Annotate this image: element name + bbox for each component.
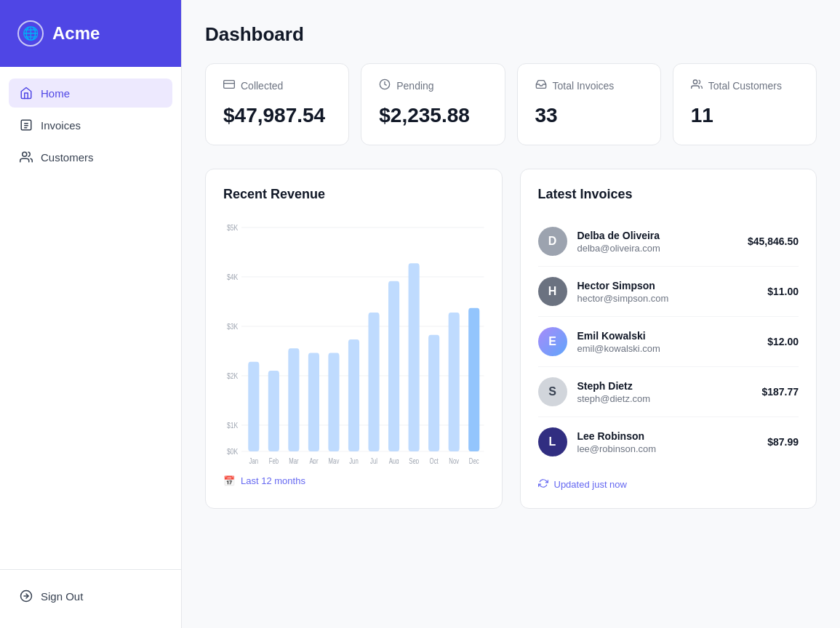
sidebar-item-invoices[interactable]: Invoices bbox=[9, 110, 172, 140]
list-item: D Delba de Oliveira delba@oliveira.com $… bbox=[538, 217, 799, 267]
invoice-name: Steph Dietz bbox=[577, 380, 752, 392]
avatar: L bbox=[538, 427, 567, 456]
invoice-email: delba@oliveira.com bbox=[577, 243, 737, 254]
chart-bar bbox=[409, 263, 420, 451]
chart-month-label: Jan bbox=[249, 457, 259, 464]
invoice-name: Lee Robinson bbox=[577, 430, 758, 442]
chart-month-label: Apr bbox=[309, 457, 318, 464]
svg-text:$4K: $4K bbox=[227, 273, 238, 282]
sidebar-item-customers-label: Customers bbox=[41, 151, 94, 164]
chart-month-label: May bbox=[329, 457, 340, 464]
svg-text:$3K: $3K bbox=[227, 322, 238, 331]
stats-row: Collected $47,987.54 Pending $2,235.88 bbox=[205, 63, 817, 145]
chart-bar bbox=[428, 335, 439, 451]
invoice-email: steph@dietz.com bbox=[577, 393, 752, 404]
invoice-name: Hector Simpson bbox=[577, 280, 758, 291]
invoice-name: Emil Kowalski bbox=[577, 330, 758, 342]
sidebar-brand[interactable]: 🌐 Acme bbox=[0, 0, 181, 67]
bottom-row: Recent Revenue $5K $4K $3K $2K $1K $0K bbox=[205, 169, 817, 509]
chart-month-label: Jul bbox=[370, 457, 377, 464]
signout-icon bbox=[19, 589, 33, 603]
chart-bar bbox=[268, 371, 279, 451]
avatar: S bbox=[538, 377, 567, 406]
refresh-icon bbox=[538, 478, 548, 491]
chart-month-label: Sep bbox=[409, 457, 419, 464]
revenue-chart: $5K $4K $3K $2K $1K $0K JanFebMarAprMayJ… bbox=[223, 217, 484, 464]
invoices-icon bbox=[19, 118, 33, 132]
stat-label-collected: Collected bbox=[241, 80, 283, 92]
main-content: Dashboard Collected $47,987.54 bbox=[182, 0, 840, 628]
list-item: H Hector Simpson hector@simpson.com $11.… bbox=[538, 267, 799, 317]
invoice-amount: $12.00 bbox=[767, 336, 799, 347]
chart-bar bbox=[468, 308, 479, 451]
invoice-info: Steph Dietz steph@dietz.com bbox=[577, 380, 752, 404]
chart-bar bbox=[328, 353, 339, 451]
svg-point-7 bbox=[693, 80, 697, 84]
sign-out-label: Sign Out bbox=[41, 590, 83, 603]
invoice-list: D Delba de Oliveira delba@oliveira.com $… bbox=[538, 217, 799, 467]
collected-icon bbox=[223, 78, 235, 92]
stat-header-collected: Collected bbox=[223, 78, 331, 92]
chart-month-label: Dec bbox=[469, 457, 479, 464]
sidebar-item-home-label: Home bbox=[41, 87, 70, 100]
chart-month-label: Jun bbox=[349, 457, 359, 464]
stat-header-pending: Pending bbox=[379, 78, 487, 92]
sidebar-item-customers[interactable]: Customers bbox=[9, 142, 172, 172]
sidebar-nav: Home Invoices Customers bbox=[0, 67, 181, 569]
stat-value-pending: $2,235.88 bbox=[379, 104, 487, 127]
invoice-email: emil@kowalski.com bbox=[577, 343, 758, 354]
invoice-amount: $187.77 bbox=[761, 386, 799, 398]
svg-rect-4 bbox=[224, 81, 235, 89]
svg-text:$1K: $1K bbox=[227, 421, 238, 430]
chart-bar bbox=[368, 313, 379, 451]
chart-month-label: Mar bbox=[289, 457, 298, 464]
stat-label-total-invoices: Total Invoices bbox=[553, 80, 615, 92]
chart-area: $5K $4K $3K $2K $1K $0K JanFebMarAprMayJ… bbox=[223, 217, 484, 464]
chart-month-label: Feb bbox=[269, 457, 279, 464]
invoice-amount: $87.99 bbox=[767, 436, 799, 448]
svg-text:$5K: $5K bbox=[227, 223, 238, 233]
chart-bar bbox=[308, 353, 319, 451]
stat-card-total-invoices: Total Invoices 33 bbox=[517, 63, 661, 145]
svg-point-1 bbox=[23, 152, 27, 156]
customers-stat-icon bbox=[691, 78, 703, 92]
invoices-card: Latest Invoices D Delba de Oliveira delb… bbox=[520, 169, 817, 509]
invoice-amount: $11.00 bbox=[767, 286, 799, 297]
list-item: S Steph Dietz steph@dietz.com $187.77 bbox=[538, 367, 799, 417]
sidebar-item-invoices-label: Invoices bbox=[41, 119, 81, 132]
chart-bar bbox=[288, 348, 299, 451]
page-title: Dashboard bbox=[205, 23, 817, 46]
invoice-amount: $45,846.50 bbox=[748, 236, 799, 247]
stat-card-pending: Pending $2,235.88 bbox=[361, 63, 505, 145]
chart-card: Recent Revenue $5K $4K $3K $2K $1K $0K bbox=[205, 169, 503, 509]
list-item: L Lee Robinson lee@robinson.com $87.99 bbox=[538, 417, 799, 467]
calendar-icon: 📅 bbox=[223, 475, 235, 486]
svg-text:$2K: $2K bbox=[227, 371, 238, 381]
stat-value-total-invoices: 33 bbox=[535, 104, 643, 127]
chart-bar bbox=[248, 362, 259, 451]
invoice-info: Lee Robinson lee@robinson.com bbox=[577, 430, 758, 454]
invoices-footer: Updated just now bbox=[538, 478, 799, 491]
chart-footer: 📅 Last 12 months bbox=[223, 475, 484, 486]
avatar: D bbox=[538, 227, 567, 256]
stat-header-customers: Total Customers bbox=[691, 78, 799, 92]
invoices-footer-label: Updated just now bbox=[554, 479, 627, 490]
chart-bar bbox=[388, 281, 399, 451]
stat-card-total-customers: Total Customers 11 bbox=[673, 63, 817, 145]
stat-card-collected: Collected $47,987.54 bbox=[205, 63, 349, 145]
invoice-info: Hector Simpson hector@simpson.com bbox=[577, 280, 758, 304]
invoice-email: hector@simpson.com bbox=[577, 293, 758, 304]
sign-out-button[interactable]: Sign Out bbox=[9, 581, 172, 611]
sidebar-item-home[interactable]: Home bbox=[9, 78, 172, 108]
stat-value-total-customers: 11 bbox=[691, 104, 799, 127]
avatar: H bbox=[538, 277, 567, 306]
chart-bar bbox=[449, 313, 460, 451]
sidebar: 🌐 Acme Home Invoices bbox=[0, 0, 182, 628]
chart-title: Recent Revenue bbox=[223, 187, 484, 202]
invoices-title: Latest Invoices bbox=[538, 187, 799, 202]
list-item: E Emil Kowalski emil@kowalski.com $12.00 bbox=[538, 317, 799, 367]
invoice-info: Emil Kowalski emil@kowalski.com bbox=[577, 330, 758, 354]
avatar: E bbox=[538, 327, 567, 356]
stat-value-collected: $47,987.54 bbox=[223, 104, 331, 127]
sidebar-bottom: Sign Out bbox=[0, 569, 181, 628]
